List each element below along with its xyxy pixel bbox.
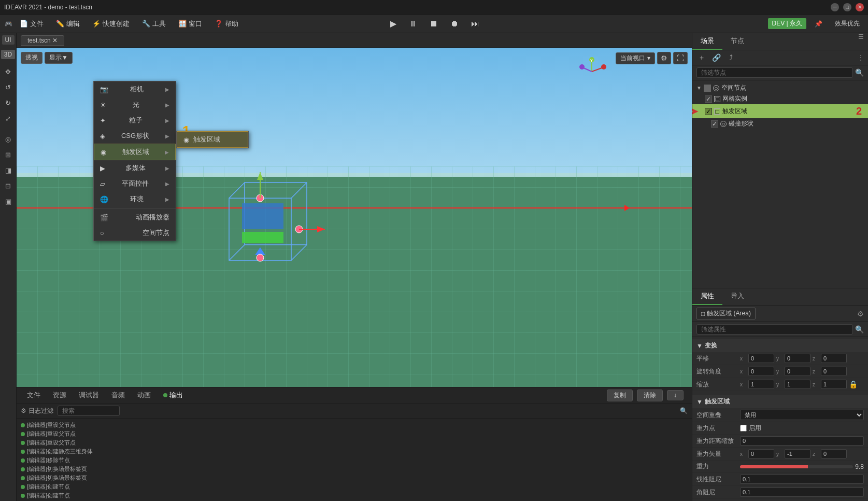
ui-tab-btn[interactable]: UI: [2, 35, 15, 45]
props-filter-input[interactable]: [696, 324, 853, 335]
gravity-dist-input[interactable]: [740, 436, 864, 446]
pause-button[interactable]: ⏸: [407, 17, 419, 31]
menu-space-item[interactable]: ○ 空间节点: [94, 225, 176, 241]
menu-file[interactable]: 📄 文件: [15, 17, 49, 31]
menu-env-item[interactable]: 🌐 环境 ▶: [94, 191, 176, 207]
space-icon: ○: [100, 229, 104, 237]
panel-more-icon[interactable]: ⋮: [858, 54, 864, 61]
menu-help[interactable]: ❓ 帮助: [209, 17, 244, 31]
view-btn-2[interactable]: ⊞: [1, 147, 16, 162]
gravity-vec-y[interactable]: [785, 449, 810, 458]
props-settings-icon[interactable]: ⚙: [857, 310, 864, 318]
bottom-search-input[interactable]: [58, 406, 120, 416]
dim-tab-btn[interactable]: 3D: [1, 50, 15, 59]
rotate-right-btn[interactable]: ↻: [1, 95, 16, 110]
minimize-button[interactable]: ─: [831, 3, 839, 11]
menu-plane-item[interactable]: ▱ 平面控件 ▶: [94, 176, 176, 191]
tab-resource[interactable]: 资源: [47, 387, 73, 403]
viewport[interactable]: 透视 显示▼ 当前视口 ▾ ⚙ ⛶: [17, 48, 692, 387]
tab-audio[interactable]: 音频: [105, 387, 131, 403]
search-icon-bottom[interactable]: 🔍: [680, 407, 688, 414]
quickbuild-icon: ⚡: [92, 20, 101, 27]
scale-btn[interactable]: ⤢: [1, 111, 16, 126]
gravity-point-checkbox[interactable]: [740, 425, 747, 432]
rotation-y[interactable]: [785, 367, 810, 376]
perf-button[interactable]: 效果优先: [831, 17, 864, 30]
tab-attributes[interactable]: 属性: [692, 288, 722, 305]
play-button[interactable]: ▶: [388, 17, 399, 31]
menu-anim-item[interactable]: 🎬 动画播放器: [94, 210, 176, 225]
angular-damping-input[interactable]: [740, 488, 864, 497]
tree-check-trigger[interactable]: ✓: [705, 108, 712, 115]
gravity-bar[interactable]: [740, 465, 853, 468]
record-button[interactable]: ⏺: [448, 17, 461, 31]
tree-check-mesh[interactable]: ✓: [705, 95, 712, 103]
maximize-button[interactable]: □: [843, 3, 851, 11]
menu-tools[interactable]: 🔧 工具: [137, 17, 171, 31]
rotation-z[interactable]: [821, 367, 847, 376]
trigger-badge-icon: □: [701, 310, 705, 317]
tab-file[interactable]: 文件: [21, 387, 47, 403]
rotation-x[interactable]: [748, 367, 774, 376]
menu-window[interactable]: 🪟 窗口: [173, 17, 207, 31]
tree-check-space[interactable]: [704, 85, 711, 92]
menu-quickbuild[interactable]: ⚡ 快速创建: [87, 17, 135, 31]
file-tab[interactable]: test.tscn ✕: [21, 35, 64, 46]
transform-header[interactable]: ▼ 变换: [692, 339, 868, 352]
link-btn[interactable]: 🔗: [709, 52, 724, 63]
panel-menu-icon[interactable]: ☰: [858, 33, 868, 50]
scene-tree: ▼ ○ 空间节点 ✓ □ 网格实例 ➤: [692, 80, 868, 288]
stop-button[interactable]: ⏹: [428, 17, 440, 31]
submenu-trigger-area[interactable]: ◉ 触发区域: [177, 131, 248, 148]
scale-z[interactable]: [821, 380, 847, 389]
menu-media-item[interactable]: ▶ 多媒体 ▶: [94, 160, 176, 176]
scroll-btn[interactable]: ↓: [667, 390, 684, 400]
gravity-vec-x[interactable]: [748, 449, 774, 458]
overlap-select[interactable]: 禁用 启用: [740, 410, 864, 420]
lock-icon[interactable]: 🔒: [849, 380, 858, 388]
pin-button[interactable]: 📌: [810, 18, 827, 30]
menu-light-item[interactable]: ☀ 光 ▶: [94, 97, 176, 113]
clear-btn[interactable]: 清除: [637, 389, 663, 401]
tree-item-space-node[interactable]: ▼ ○ 空间节点: [692, 82, 868, 93]
select-tool-btn[interactable]: ✥: [1, 64, 16, 79]
translate-y[interactable]: [785, 354, 810, 363]
view-btn-1[interactable]: ◎: [1, 132, 16, 146]
trigger-section-header[interactable]: ▼ 触发区域: [692, 395, 868, 408]
view-btn-3[interactable]: ◨: [1, 163, 16, 177]
tab-debugger[interactable]: 调试器: [73, 387, 105, 403]
tree-item-mesh[interactable]: ✓ □ 网格实例: [692, 93, 868, 104]
gravity-dist-row: 重力距离缩放: [692, 435, 868, 448]
skip-button[interactable]: ⏭: [469, 17, 481, 31]
log-text: [编辑器]创建节点: [27, 483, 70, 491]
tab-node[interactable]: 节点: [722, 33, 752, 50]
add-node-btn[interactable]: +: [696, 52, 707, 63]
gravity-vec-z[interactable]: [821, 449, 847, 458]
close-button[interactable]: ✕: [856, 3, 864, 11]
copy-btn[interactable]: 复制: [607, 389, 633, 401]
export-btn[interactable]: ⤴: [726, 52, 736, 63]
tab-animation[interactable]: 动画: [131, 387, 157, 403]
tree-item-trigger[interactable]: ➤ ✓ □ 触发区域 2: [692, 104, 868, 118]
tab-scene[interactable]: 场景: [692, 33, 722, 50]
linear-damping-value: [740, 475, 864, 484]
tab-output[interactable]: 输出: [157, 387, 189, 403]
menu-trigger-item[interactable]: ◉ 触发区域 ▶: [94, 144, 176, 160]
menu-csg-item[interactable]: ◈ CSG形状 ▶: [94, 128, 176, 144]
menu-particle-item[interactable]: ✦ 粒子 ▶: [94, 113, 176, 128]
menu-camera-item[interactable]: 📷 相机 ▶: [94, 81, 176, 97]
scale-y[interactable]: [785, 380, 810, 389]
scale-x[interactable]: [748, 380, 774, 389]
view-btn-5[interactable]: ▣: [1, 194, 16, 208]
filter-search-icon[interactable]: 🔍: [855, 68, 864, 77]
translate-z[interactable]: [821, 354, 847, 363]
filter-input[interactable]: [696, 67, 853, 78]
tree-item-collision[interactable]: ✓ ○ 碰撞形状: [692, 118, 868, 129]
tab-import[interactable]: 导入: [722, 288, 752, 305]
rotate-left-btn[interactable]: ↺: [1, 80, 16, 94]
view-btn-4[interactable]: ⊡: [1, 178, 16, 193]
linear-damping-input[interactable]: [740, 475, 864, 484]
translate-x[interactable]: [748, 354, 774, 363]
menu-edit[interactable]: ✏️ 编辑: [51, 17, 85, 31]
tree-check-collision[interactable]: ✓: [711, 120, 718, 128]
